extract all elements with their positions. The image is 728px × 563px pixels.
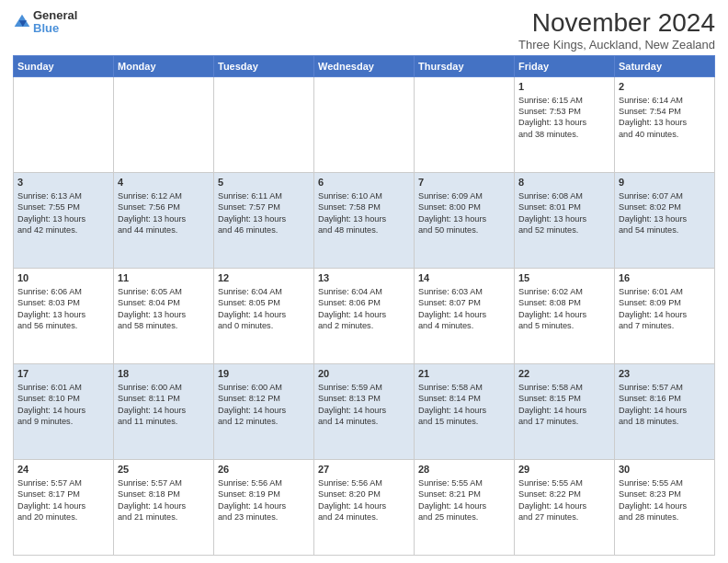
day-info-line: and 48 minutes.: [318, 224, 410, 236]
day-number: 10: [17, 271, 109, 285]
day-info-line: Sunset: 8:23 PM: [619, 488, 711, 500]
day-info-line: and 44 minutes.: [118, 224, 210, 236]
day-info-line: Daylight: 14 hours: [318, 405, 410, 416]
day-info-line: Sunrise: 5:57 AM: [17, 477, 109, 488]
day-info-line: Daylight: 13 hours: [118, 213, 210, 224]
day-info-line: and 25 minutes.: [418, 511, 510, 523]
calendar-cell: 17Sunrise: 6:01 AMSunset: 8:10 PMDayligh…: [14, 363, 114, 459]
day-number: 17: [17, 367, 109, 381]
calendar-cell: 28Sunrise: 5:55 AMSunset: 8:21 PMDayligh…: [415, 459, 515, 555]
day-number: 27: [318, 463, 410, 477]
day-info-line: and 18 minutes.: [619, 416, 711, 427]
header: General Blue November 2024 Three Kings, …: [13, 9, 715, 52]
day-number: 5: [218, 176, 310, 190]
title-block: November 2024 Three Kings, Auckland, New…: [518, 9, 715, 52]
day-info-line: and 38 minutes.: [518, 129, 610, 140]
day-info-line: Daylight: 13 hours: [518, 213, 610, 224]
day-info-line: Daylight: 13 hours: [619, 213, 711, 224]
day-info-line: and 24 minutes.: [318, 511, 410, 523]
day-info-line: Sunset: 8:08 PM: [518, 297, 610, 308]
header-row: SundayMondayTuesdayWednesdayThursdayFrid…: [14, 55, 715, 76]
day-info-line: Daylight: 14 hours: [218, 405, 310, 416]
day-info-line: Sunset: 8:11 PM: [118, 393, 210, 404]
day-header-wednesday: Wednesday: [314, 55, 415, 76]
day-info-line: Sunrise: 5:59 AM: [318, 382, 410, 393]
day-number: 6: [318, 176, 410, 190]
day-info-line: Sunrise: 6:05 AM: [118, 286, 210, 297]
day-info-line: and 12 minutes.: [218, 416, 310, 427]
day-info-line: Sunset: 7:55 PM: [17, 201, 109, 213]
day-info-line: Daylight: 13 hours: [218, 213, 310, 224]
day-info-line: Sunrise: 5:55 AM: [418, 477, 510, 488]
day-info-line: Daylight: 14 hours: [619, 500, 711, 511]
day-info-line: Daylight: 13 hours: [418, 213, 510, 224]
day-info-line: and 4 minutes.: [418, 320, 510, 331]
calendar-cell: 6Sunrise: 6:10 AMSunset: 7:58 PMDaylight…: [314, 172, 415, 268]
day-info-line: and 2 minutes.: [318, 320, 410, 331]
day-number: 25: [118, 463, 210, 477]
day-info-line: and 58 minutes.: [118, 320, 210, 331]
day-header-monday: Monday: [114, 55, 214, 76]
day-number: 13: [318, 271, 410, 285]
day-info-line: Sunset: 8:20 PM: [318, 488, 410, 500]
calendar-cell: 7Sunrise: 6:09 AMSunset: 8:00 PMDaylight…: [415, 172, 515, 268]
day-info-line: Daylight: 13 hours: [17, 213, 109, 224]
day-info-line: and 46 minutes.: [218, 224, 310, 236]
day-info-line: Sunrise: 6:11 AM: [218, 190, 310, 201]
calendar-cell: 4Sunrise: 6:12 AMSunset: 7:56 PMDaylight…: [114, 172, 214, 268]
day-info-line: Sunset: 8:14 PM: [418, 393, 510, 404]
day-number: 20: [318, 367, 410, 381]
logo-icon: [13, 13, 31, 31]
calendar-cell: [14, 76, 114, 172]
day-header-thursday: Thursday: [415, 55, 515, 76]
day-info-line: Sunrise: 6:12 AM: [118, 190, 210, 201]
calendar-week-5: 24Sunrise: 5:57 AMSunset: 8:17 PMDayligh…: [14, 459, 715, 555]
day-info-line: Daylight: 14 hours: [17, 405, 109, 416]
calendar-cell: 18Sunrise: 6:00 AMSunset: 8:11 PMDayligh…: [114, 363, 214, 459]
day-number: 26: [218, 463, 310, 477]
calendar-cell: 13Sunrise: 6:04 AMSunset: 8:06 PMDayligh…: [314, 268, 415, 363]
day-info-line: Daylight: 14 hours: [518, 405, 610, 416]
day-number: 2: [619, 80, 711, 94]
day-info-line: Sunrise: 6:06 AM: [17, 286, 109, 297]
calendar-cell: 26Sunrise: 5:56 AMSunset: 8:19 PMDayligh…: [214, 459, 314, 555]
day-info-line: Sunrise: 6:03 AM: [418, 286, 510, 297]
month-title: November 2024: [518, 9, 715, 38]
day-info-line: Sunset: 7:56 PM: [118, 201, 210, 213]
day-info-line: Sunrise: 6:07 AM: [619, 190, 711, 201]
day-info-line: Daylight: 14 hours: [218, 309, 310, 320]
day-info-line: Sunrise: 6:14 AM: [619, 95, 711, 106]
day-info-line: Sunset: 8:07 PM: [418, 297, 510, 308]
day-info-line: Sunrise: 6:13 AM: [17, 190, 109, 201]
day-info-line: Daylight: 14 hours: [318, 309, 410, 320]
calendar-body: 1Sunrise: 6:15 AMSunset: 7:53 PMDaylight…: [14, 76, 715, 555]
day-number: 15: [518, 271, 610, 285]
day-number: 12: [218, 271, 310, 285]
day-info-line: Sunrise: 5:58 AM: [518, 382, 610, 393]
day-info-line: Sunset: 8:13 PM: [318, 393, 410, 404]
day-info-line: Sunrise: 5:57 AM: [619, 382, 711, 393]
day-info-line: Daylight: 13 hours: [17, 309, 109, 320]
calendar-week-2: 3Sunrise: 6:13 AMSunset: 7:55 PMDaylight…: [14, 172, 715, 268]
day-header-sunday: Sunday: [14, 55, 114, 76]
day-info-line: Sunset: 8:09 PM: [619, 297, 711, 308]
day-info-line: Sunset: 8:17 PM: [17, 488, 109, 500]
day-number: 9: [619, 176, 711, 190]
day-info-line: Daylight: 14 hours: [418, 500, 510, 511]
calendar-week-4: 17Sunrise: 6:01 AMSunset: 8:10 PMDayligh…: [14, 363, 715, 459]
logo-text: General Blue: [33, 9, 77, 36]
day-info-line: Sunset: 8:15 PM: [518, 393, 610, 404]
day-number: 21: [418, 367, 510, 381]
day-info-line: Sunset: 8:02 PM: [619, 201, 711, 213]
day-info-line: and 20 minutes.: [17, 511, 109, 523]
day-number: 3: [17, 176, 109, 190]
day-info-line: and 27 minutes.: [518, 511, 610, 523]
calendar-cell: 30Sunrise: 5:55 AMSunset: 8:23 PMDayligh…: [615, 459, 715, 555]
calendar-cell: 25Sunrise: 5:57 AMSunset: 8:18 PMDayligh…: [114, 459, 214, 555]
day-info-line: Daylight: 14 hours: [218, 500, 310, 511]
day-header-tuesday: Tuesday: [214, 55, 314, 76]
day-info-line: Sunset: 8:10 PM: [17, 393, 109, 404]
calendar-cell: [314, 76, 415, 172]
calendar-cell: 24Sunrise: 5:57 AMSunset: 8:17 PMDayligh…: [14, 459, 114, 555]
day-info-line: and 17 minutes.: [518, 416, 610, 427]
